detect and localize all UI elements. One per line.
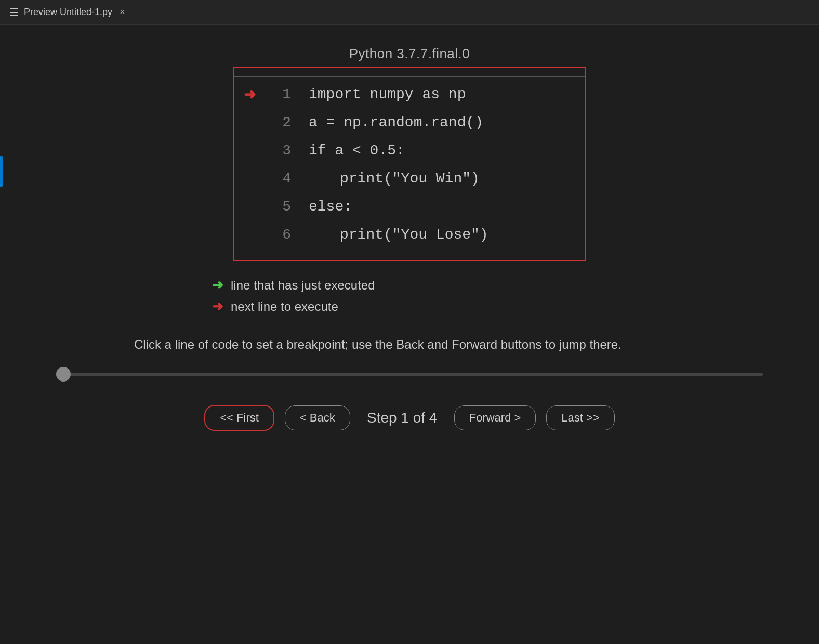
line-code-3: if a < 0.5:	[296, 142, 405, 159]
menu-icon: ☰	[9, 6, 19, 19]
line-number-2: 2	[265, 114, 296, 130]
legend-green-label: line that has just executed	[231, 278, 375, 293]
code-panel-wrapper: ➜ 1 import numpy as np 2 a = np.random.r…	[233, 67, 586, 261]
bottom-divider	[234, 252, 585, 252]
last-button[interactable]: Last >>	[546, 405, 614, 430]
legend-red-label: next line to execute	[231, 299, 338, 314]
code-line-6[interactable]: 6 print("You Lose")	[234, 220, 585, 248]
code-line-3[interactable]: 3 if a < 0.5:	[234, 136, 585, 164]
line-code-4: print("You Win")	[327, 170, 480, 187]
title-bar: ☰ Preview Untitled-1.py ×	[0, 0, 819, 25]
back-button[interactable]: < Back	[285, 405, 350, 430]
red-arrow-icon: ➜	[244, 86, 256, 103]
legend-red-arrow-icon: ➜	[212, 298, 223, 314]
code-line-2[interactable]: 2 a = np.random.rand()	[234, 108, 585, 136]
green-arrow-icon: ➜	[212, 277, 223, 293]
code-line-5[interactable]: 5 else:	[234, 192, 585, 220]
line-number-4: 4	[265, 170, 296, 187]
code-lines: ➜ 1 import numpy as np 2 a = np.random.r…	[234, 80, 585, 248]
code-line-4[interactable]: 4 print("You Win")	[234, 164, 585, 192]
title-text: Preview Untitled-1.py	[24, 7, 112, 18]
close-icon[interactable]: ×	[120, 7, 125, 18]
legend-area: ➜ line that has just executed ➜ next lin…	[202, 277, 617, 320]
main-content: Python 3.7.7.final.0 ➜ 1 import numpy as…	[0, 25, 819, 446]
line-code-1: import numpy as np	[296, 86, 466, 102]
step-label: Step 1 of 4	[361, 410, 444, 426]
python-version-label: Python 3.7.7.final.0	[349, 46, 470, 62]
line-code-6: print("You Lose")	[327, 227, 488, 243]
forward-button[interactable]: Forward >	[454, 405, 536, 430]
line-number-5: 5	[265, 199, 296, 215]
legend-red: ➜ next line to execute	[212, 298, 617, 314]
slider-thumb[interactable]	[56, 367, 71, 382]
left-accent-bar	[0, 156, 3, 187]
first-button[interactable]: << First	[204, 405, 274, 431]
code-line-1[interactable]: ➜ 1 import numpy as np	[234, 80, 585, 108]
line-number-6: 6	[265, 227, 296, 243]
line-code-2: a = np.random.rand()	[296, 114, 483, 130]
line-number-3: 3	[265, 142, 296, 159]
nav-bar: << First < Back Step 1 of 4 Forward > La…	[204, 405, 615, 431]
line-1-arrow: ➜	[234, 86, 265, 103]
instruction-text: Click a line of code to set a breakpoint…	[124, 335, 695, 354]
legend-green: ➜ line that has just executed	[212, 277, 617, 293]
line-number-1: 1	[265, 86, 296, 102]
slider-track[interactable]	[56, 373, 763, 376]
line-code-5: else:	[296, 199, 352, 215]
code-panel: ➜ 1 import numpy as np 2 a = np.random.r…	[233, 67, 586, 261]
slider-area[interactable]	[46, 373, 773, 376]
top-divider	[234, 76, 585, 77]
